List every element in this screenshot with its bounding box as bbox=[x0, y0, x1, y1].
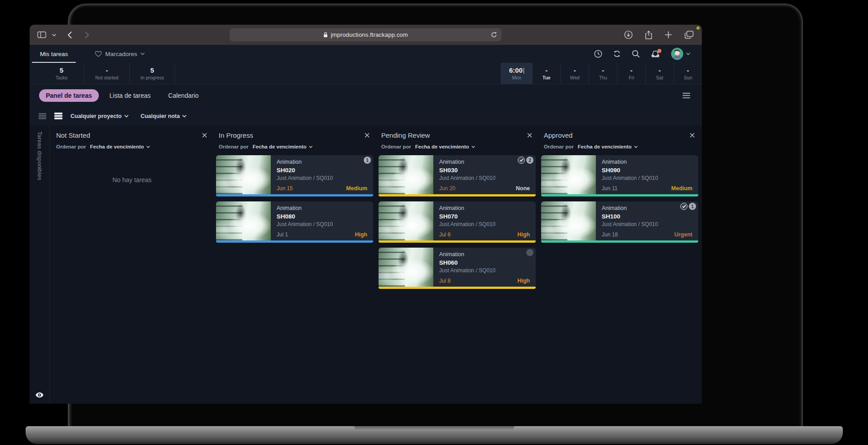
stat-tasks-value: 5 bbox=[60, 66, 63, 74]
tab-my-tasks-label: Mis tareas bbox=[40, 51, 68, 57]
stat-tasks-label: Tasks bbox=[56, 75, 68, 80]
column-pending-review: Pending Review Ordenar por Fecha de venc… bbox=[376, 126, 538, 404]
back-icon[interactable] bbox=[67, 31, 72, 39]
task-thumbnail bbox=[379, 155, 433, 194]
tab-task-list[interactable]: Lista de tareas bbox=[103, 89, 158, 102]
sort-chevron-icon bbox=[634, 146, 638, 148]
column-approved: Approved Ordenar por Fecha de vencimient… bbox=[538, 126, 701, 404]
timelog-thu[interactable]: - Thu bbox=[589, 63, 617, 84]
task-priority: None bbox=[516, 185, 530, 192]
task-type: Animation bbox=[277, 205, 367, 212]
sort-chevron-icon bbox=[146, 146, 150, 148]
task-due-date: Jul 6 bbox=[439, 231, 450, 238]
task-path: Just Animation / SQ010 bbox=[439, 267, 530, 274]
task-path: Just Animation / SQ010 bbox=[602, 221, 692, 227]
sort-by-dropdown[interactable]: Fecha de vencimiento bbox=[577, 144, 637, 149]
kanban-board: Tareas disponibles Not Started Ordenar p… bbox=[30, 126, 702, 404]
status-bar bbox=[379, 194, 536, 196]
downloads-icon[interactable] bbox=[624, 31, 633, 39]
task-card-sh060[interactable]: Animation SH060 Just Animation / SQ010 J… bbox=[379, 248, 536, 289]
card-rows-view-icon[interactable] bbox=[54, 113, 62, 119]
close-column-icon[interactable] bbox=[202, 133, 207, 138]
eye-icon[interactable] bbox=[35, 392, 44, 398]
task-card-sh100[interactable]: Animation SH100 Just Animation / SQ010 J… bbox=[541, 201, 698, 243]
task-type: Animation bbox=[439, 205, 530, 212]
laptop-lid-notch bbox=[354, 426, 514, 431]
task-thumbnail bbox=[379, 201, 433, 240]
board-menu-icon[interactable] bbox=[683, 92, 690, 98]
share-icon[interactable] bbox=[645, 31, 652, 39]
task-due-date: Jul 1 bbox=[277, 231, 288, 238]
task-due-date: Jul 8 bbox=[439, 278, 450, 284]
app-nav: Mis tareas Marcadores bbox=[30, 45, 702, 63]
reload-icon[interactable] bbox=[491, 31, 497, 38]
timelog-tue[interactable]: - Tue bbox=[532, 63, 560, 84]
stat-in-progress: 5 In progress bbox=[130, 63, 175, 84]
project-filter-dropdown[interactable]: Cualquier proyecto bbox=[70, 113, 128, 119]
timelog-sat[interactable]: - Sat bbox=[645, 63, 674, 84]
note-filter-value: Cualquier nota bbox=[141, 113, 180, 119]
timelog-fri[interactable]: - Fri bbox=[617, 63, 645, 84]
timelog-wed[interactable]: - Wed bbox=[560, 63, 589, 84]
history-clock-icon[interactable] bbox=[594, 50, 602, 58]
task-name: SH100 bbox=[602, 213, 692, 220]
approved-check-badge bbox=[518, 157, 525, 164]
search-icon[interactable] bbox=[632, 50, 640, 58]
address-bar[interactable]: jmproductions.ftrackapp.com bbox=[229, 28, 502, 41]
view-tabs: Panel de tareas Lista de tareas Calendar… bbox=[30, 84, 702, 106]
status-bar bbox=[379, 240, 536, 243]
task-type: Animation bbox=[602, 159, 692, 166]
close-column-icon[interactable] bbox=[690, 133, 695, 138]
empty-state-text: No hay tareas bbox=[53, 176, 211, 183]
task-path: Just Animation / SQ010 bbox=[439, 221, 530, 227]
task-type: Animation bbox=[439, 251, 530, 258]
recording-dot bbox=[696, 26, 700, 30]
task-due-date: Jun 20 bbox=[439, 185, 455, 192]
task-card-sh070[interactable]: Animation SH070 Just Animation / SQ010 J… bbox=[379, 201, 536, 243]
inbox-icon[interactable] bbox=[651, 50, 660, 58]
forward-icon[interactable] bbox=[85, 31, 89, 39]
task-card-sh080[interactable]: Animation SH080 Just Animation / SQ010 J… bbox=[216, 201, 373, 243]
available-tasks-rail[interactable]: Tareas disponibles bbox=[30, 126, 50, 404]
sidebar-chevron-down-icon[interactable] bbox=[52, 34, 56, 36]
tab-calendar[interactable]: Calendario bbox=[162, 89, 206, 102]
sort-chevron-icon bbox=[471, 146, 475, 148]
task-type: Animation bbox=[439, 159, 530, 166]
close-column-icon[interactable] bbox=[527, 133, 532, 138]
notes-count-badge: 2 bbox=[526, 157, 533, 164]
timelog-sun[interactable]: - Sun bbox=[674, 63, 702, 84]
stat-not-started: - Not started bbox=[84, 63, 130, 84]
tab-overview-icon[interactable] bbox=[684, 31, 694, 39]
close-column-icon[interactable] bbox=[365, 133, 370, 138]
task-card-sh030[interactable]: Animation SH030 Just Animation / SQ010 J… bbox=[379, 155, 536, 196]
sort-by-dropdown[interactable]: Fecha de vencimiento bbox=[90, 144, 150, 149]
user-menu[interactable] bbox=[671, 48, 690, 60]
column-in-progress: In Progress Ordenar por Fecha de vencimi… bbox=[213, 126, 376, 404]
sync-icon[interactable] bbox=[613, 50, 621, 58]
stat-in-progress-value: 5 bbox=[150, 66, 154, 74]
status-bar bbox=[541, 194, 698, 196]
new-tab-icon[interactable] bbox=[665, 31, 672, 39]
approved-check-badge bbox=[680, 203, 687, 210]
note-filter-dropdown[interactable]: Cualquier nota bbox=[141, 113, 187, 119]
notes-count-badge: 1 bbox=[364, 157, 371, 164]
task-card-sh020[interactable]: Animation SH020 Just Animation / SQ010 J… bbox=[216, 155, 373, 196]
task-name: SH060 bbox=[439, 259, 530, 266]
sort-by-dropdown[interactable]: Fecha de vencimiento bbox=[415, 144, 475, 149]
tab-task-board[interactable]: Panel de tareas bbox=[39, 89, 99, 102]
task-name: SH090 bbox=[602, 167, 692, 174]
column-not-started: Not Started Ordenar por Fecha de vencimi… bbox=[51, 126, 213, 404]
column-title: In Progress bbox=[219, 131, 253, 139]
task-type: Animation bbox=[277, 159, 367, 166]
tab-my-tasks[interactable]: Mis tareas bbox=[32, 45, 76, 63]
sort-by-label: Ordenar por bbox=[381, 144, 411, 149]
sort-by-dropdown[interactable]: Fecha de vencimiento bbox=[252, 144, 312, 149]
sidebar-toggle-icon[interactable] bbox=[37, 31, 46, 38]
task-thumbnail bbox=[379, 248, 433, 287]
task-card-sh090[interactable]: Animation SH090 Just Animation / SQ010 J… bbox=[541, 155, 698, 196]
column-title: Pending Review bbox=[381, 131, 430, 139]
timelog-mon[interactable]: 6:00 Mon bbox=[501, 63, 532, 84]
task-thumbnail bbox=[216, 155, 271, 194]
bookmarks-menu[interactable]: Marcadores bbox=[95, 51, 144, 57]
compact-list-view-icon[interactable] bbox=[39, 113, 46, 119]
